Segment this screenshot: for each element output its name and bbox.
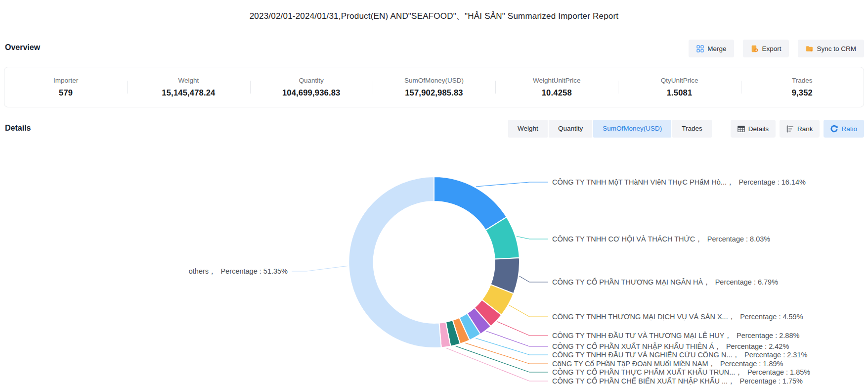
stat-qtyunitprice: QtyUnitPrice1.5081 bbox=[618, 77, 740, 97]
pie-slice-others[interactable] bbox=[348, 177, 441, 348]
pie-label-line bbox=[520, 276, 548, 282]
stat-value: 15,145,478.24 bbox=[127, 88, 250, 97]
pie-label: CộNG TY Cổ PHầN TậP ĐOàN MUốI MIềN NAM，P… bbox=[552, 359, 783, 369]
tab-weight[interactable]: Weight bbox=[508, 120, 548, 138]
pie-label: others，Percentage : 51.35% bbox=[189, 267, 288, 276]
pie-label-percentage: Percentage : 2.42% bbox=[726, 342, 789, 350]
pie-label: CÔNG TY CỔ PHẦN XUẤT NHẬP KHẨU THIÊN Á，P… bbox=[552, 342, 789, 351]
importer-ratio-pie-chart bbox=[0, 0, 868, 386]
pie-label-line bbox=[446, 348, 548, 381]
overview-stats-card: Importer579Weight15,145,478.24Quantity10… bbox=[4, 67, 864, 107]
pie-label: CÔNG TY CỔ PHẦN CHẾ BIẾN XUẤT NHẬP KHẨU … bbox=[552, 377, 803, 386]
stat-weight: Weight15,145,478.24 bbox=[127, 77, 250, 97]
pie-label-name: CÔNG TY TNHH THƯƠNG MẠI DỊCH VỤ VÀ SẢN X… bbox=[552, 313, 735, 321]
pie-label-name: CÔNG TY TNHH ĐẦU TƯ VÀ NGHIÊN CỨU CÔNG N… bbox=[552, 351, 739, 359]
pie-label-line bbox=[465, 343, 548, 364]
stat-importer: Importer579 bbox=[4, 77, 127, 97]
pie-label: CÔNG TY TNHH CƠ HỘI VÀ THÁCH THỨC，Percen… bbox=[552, 235, 770, 244]
button-label: Details bbox=[748, 125, 769, 133]
sync-crm-folder-icon bbox=[806, 45, 813, 52]
merge-button[interactable]: Merge bbox=[689, 40, 734, 57]
stat-label: Importer bbox=[4, 77, 127, 84]
pie-label-line bbox=[509, 305, 548, 317]
pie-label-line bbox=[497, 322, 548, 336]
pie-label: CÔNG TY TNHH ĐẦU TƯ VÀ THƯƠNG MẠI LÊ HUY… bbox=[552, 331, 799, 340]
pie-label-name: CÔNG TY CỔ PHẦN THỰC PHẨM XUẤT KHẨU TRUN… bbox=[552, 368, 742, 376]
tab-quantity[interactable]: Quantity bbox=[549, 120, 592, 138]
table-icon bbox=[738, 125, 745, 133]
pie-label: CÔNG TY TNHH THƯƠNG MẠI DỊCH VỤ VÀ SẢN X… bbox=[552, 312, 803, 322]
pie-label-percentage: Percentage : 2.31% bbox=[744, 351, 807, 359]
pie-label: CÔNG TY TNHH ĐẦU TƯ VÀ NGHIÊN CỨU CÔNG N… bbox=[552, 350, 807, 360]
button-label: Sync to CRM bbox=[817, 45, 856, 52]
details-controls: WeightQuantitySumOfMoney(USD)Trades Deta… bbox=[508, 120, 864, 138]
pie-label-line bbox=[476, 182, 548, 187]
overview-heading: Overview bbox=[5, 43, 40, 52]
pie-label-line bbox=[517, 237, 548, 240]
pie-label: CÔNG TY CỔ PHẦN THƯƠNG MẠI NGÂN HÀ，Perce… bbox=[552, 278, 778, 287]
pie-label-line bbox=[476, 338, 548, 355]
tab-sumofmoneyusd[interactable]: SumOfMoney(USD) bbox=[593, 120, 671, 138]
pie-label-name: CÔNG TY CỔ PHẦN XUẤT NHẬP KHẨU THIÊN Á， bbox=[552, 342, 721, 350]
export-file-icon bbox=[751, 45, 758, 52]
pie-label-percentage: Percentage : 1.89% bbox=[720, 360, 783, 368]
stat-value: 157,902,985.83 bbox=[373, 88, 495, 97]
pie-label-name: CÔNG TY TNHH CƠ HỘI VÀ THÁCH THỨC， bbox=[552, 235, 702, 243]
sync-to-crm-button[interactable]: Sync to CRM bbox=[798, 40, 864, 57]
overview-toolbar: MergeExportSync to CRM bbox=[689, 40, 864, 57]
view-tab-details[interactable]: Details bbox=[731, 120, 776, 138]
stat-value: 10.4258 bbox=[495, 88, 618, 97]
stat-quantity: Quantity104,699,936.83 bbox=[250, 77, 373, 97]
pie-label-percentage: Percentage : 1.75% bbox=[740, 377, 803, 385]
stat-label: Quantity bbox=[250, 77, 373, 84]
view-tab-ratio[interactable]: Ratio bbox=[824, 120, 864, 138]
pie-label-percentage: Percentage : 8.03% bbox=[707, 235, 770, 243]
stat-value: 104,699,936.83 bbox=[250, 88, 373, 97]
details-heading: Details bbox=[5, 124, 31, 133]
button-label: Ratio bbox=[841, 125, 857, 133]
pie-label: CÔNG TY CỔ PHẦN THỰC PHẨM XUẤT KHẨU TRUN… bbox=[552, 368, 810, 377]
metric-tab-group: WeightQuantitySumOfMoney(USD)Trades bbox=[508, 120, 712, 138]
stat-label: Trades bbox=[741, 77, 864, 84]
view-tab-rank[interactable]: Rank bbox=[780, 120, 820, 138]
pie-label-percentage: Percentage : 16.14% bbox=[738, 178, 805, 186]
pie-label-name: CÔNG TY TNHH ĐẦU TƯ VÀ THƯƠNG MẠI LÊ HUY… bbox=[552, 332, 732, 339]
importer-report-page: 2023/02/01-2024/01/31,Product(EN) AND"SE… bbox=[0, 0, 868, 386]
pie-label-name: CÔNG TY CỔ PHẦN CHẾ BIẾN XUẤT NHẬP KHẨU … bbox=[552, 377, 735, 385]
rank-icon bbox=[786, 125, 794, 133]
pie-label-percentage: Percentage : 6.79% bbox=[715, 278, 778, 286]
pie-label: CÔNG TY TNHH MộT THàNH VIêN THựC PHẩM Hò… bbox=[552, 178, 806, 187]
stat-trades: Trades9,352 bbox=[741, 77, 864, 97]
stat-value: 1.5081 bbox=[618, 88, 740, 97]
ratio-icon bbox=[830, 125, 838, 133]
stat-label: WeightUnitPrice bbox=[495, 77, 618, 84]
pie-slice-company[interactable] bbox=[434, 177, 507, 230]
stat-label: QtyUnitPrice bbox=[618, 77, 740, 84]
view-tab-group: DetailsRankRatio bbox=[731, 120, 864, 138]
stat-value: 9,352 bbox=[741, 88, 864, 97]
pie-label-name: CÔNG TY TNHH MộT THàNH VIêN THựC PHẩM Hò… bbox=[552, 178, 734, 186]
stat-label: SumOfMoney(USD) bbox=[373, 77, 495, 84]
button-label: Rank bbox=[797, 125, 813, 133]
pie-label-name: CộNG TY Cổ PHầN TậP ĐOàN MUốI MIềN NAM， bbox=[552, 360, 715, 368]
pie-label-percentage: Percentage : 4.59% bbox=[740, 313, 803, 321]
pie-label-percentage: Percentage : 51.35% bbox=[221, 267, 288, 275]
button-label: Export bbox=[762, 45, 781, 52]
page-title: 2023/02/01-2024/01/31,Product(EN) AND"SE… bbox=[0, 10, 868, 22]
pie-label-percentage: Percentage : 2.88% bbox=[737, 332, 799, 339]
export-button[interactable]: Export bbox=[743, 40, 789, 57]
pie-label-line bbox=[486, 331, 548, 346]
pie-label-name: CÔNG TY CỔ PHẦN THƯƠNG MẠI NGÂN HÀ， bbox=[552, 278, 710, 286]
button-label: Merge bbox=[707, 45, 726, 52]
pie-label-name: others， bbox=[189, 267, 216, 275]
tab-trades[interactable]: Trades bbox=[672, 120, 712, 138]
stat-label: Weight bbox=[127, 77, 250, 84]
stat-weightunitprice: WeightUnitPrice10.4258 bbox=[495, 77, 618, 97]
pie-label-percentage: Percentage : 1.85% bbox=[747, 368, 810, 376]
stat-value: 579 bbox=[4, 88, 127, 97]
stat-sumofmoney-usd-: SumOfMoney(USD)157,902,985.83 bbox=[373, 77, 495, 97]
pie-label-line bbox=[456, 346, 548, 372]
merge-icon bbox=[696, 45, 704, 52]
pie-label-line bbox=[292, 266, 347, 271]
